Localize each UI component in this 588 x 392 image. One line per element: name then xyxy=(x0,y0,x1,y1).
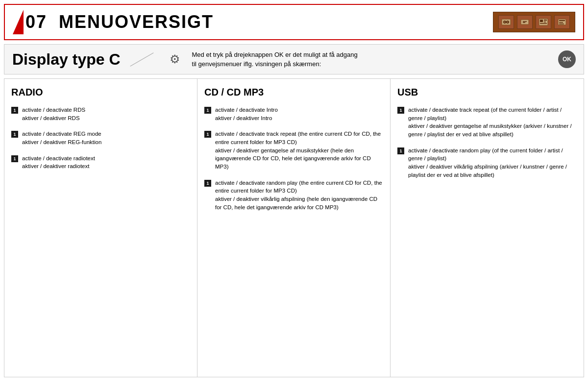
header-icon-2 xyxy=(517,15,533,29)
header-icon-1 xyxy=(498,15,514,29)
cd-column: CD / CD MP3 1 activate / deactivate Intr… xyxy=(197,79,391,377)
item-badge: 1 xyxy=(204,180,211,187)
chapter-title: MENUOVERSIGT xyxy=(59,12,214,32)
item-badge: 1 xyxy=(397,147,404,154)
list-item: 1 activate / deactivate REG modeaktiver … xyxy=(11,130,190,146)
item-badge: 1 xyxy=(11,155,18,162)
ok-button[interactable]: OK xyxy=(558,50,576,68)
display-banner: Display type C ⚙ Med et tryk på drejekna… xyxy=(4,44,584,74)
item-badge: 1 xyxy=(204,107,211,114)
list-item: 1 activate / deactivate random play (the… xyxy=(204,179,383,212)
item-text: activate / deactivate track repeat (of t… xyxy=(408,106,577,139)
svg-rect-5 xyxy=(521,20,529,24)
radio-header: RADIO xyxy=(11,87,190,98)
svg-point-3 xyxy=(504,22,505,23)
page-header: 07 MENUOVERSIGT xyxy=(4,4,584,40)
main-content: RADIO 1 activate / deactivate RDSaktiver… xyxy=(4,78,584,377)
item-text: activate / deactivate random play (the e… xyxy=(215,179,383,212)
usb-header: USB xyxy=(397,87,577,98)
item-text: activate / deactivate Introaktiver / dea… xyxy=(215,106,278,122)
list-item: 1 activate / deactivate track repeat (of… xyxy=(397,106,577,139)
chapter-number: 07 xyxy=(25,12,47,32)
list-item: 1 activate / deactivate Introaktiver / d… xyxy=(204,106,383,122)
item-text: activate / deactivate RDSaktiver / deakt… xyxy=(22,106,85,122)
item-text: activate / deactivate radiotextaktiver /… xyxy=(22,154,95,171)
cd-header: CD / CD MP3 xyxy=(204,87,383,98)
header-title: 07 MENUOVERSIGT xyxy=(13,10,214,34)
header-icon-4 xyxy=(554,15,570,29)
svg-rect-15 xyxy=(559,22,563,23)
header-icons xyxy=(493,12,575,32)
svg-rect-9 xyxy=(540,20,543,22)
usb-column: USB 1 activate / deactivate track repeat… xyxy=(391,79,584,377)
gear-icon-container: ⚙ xyxy=(170,52,180,66)
list-item: 1 activate / deactivate RDSaktiver / dea… xyxy=(11,106,190,122)
item-text: activate / deactivate track repeat (the … xyxy=(215,130,383,171)
list-item: 1 activate / deactivate radiotextaktiver… xyxy=(11,154,190,171)
svg-rect-11 xyxy=(544,22,546,23)
header-icon-3 xyxy=(536,15,551,29)
item-badge: 1 xyxy=(204,131,211,138)
svg-rect-16 xyxy=(559,24,564,24)
svg-rect-10 xyxy=(544,20,547,21)
item-text: activate / deactivate REG modeaktiver / … xyxy=(22,130,101,146)
radio-column: RADIO 1 activate / deactivate RDSaktiver… xyxy=(4,79,197,377)
item-badge: 1 xyxy=(11,107,18,114)
list-item: 1 activate / deactivate random play (of … xyxy=(397,147,577,179)
list-item: 1 activate / deactivate track repeat (th… xyxy=(204,130,383,171)
svg-rect-12 xyxy=(540,23,547,24)
display-description: Med et tryk på drejeknappen OK er det mu… xyxy=(192,50,550,69)
item-badge: 1 xyxy=(11,131,18,138)
svg-rect-14 xyxy=(559,20,565,21)
diagonal-decoration xyxy=(128,49,158,69)
svg-point-4 xyxy=(507,22,508,23)
item-text: activate / deactivate random play (of th… xyxy=(408,147,577,179)
item-badge: 1 xyxy=(397,107,404,114)
display-title: Display type C xyxy=(12,50,121,69)
gear-icon: ⚙ xyxy=(170,52,180,66)
